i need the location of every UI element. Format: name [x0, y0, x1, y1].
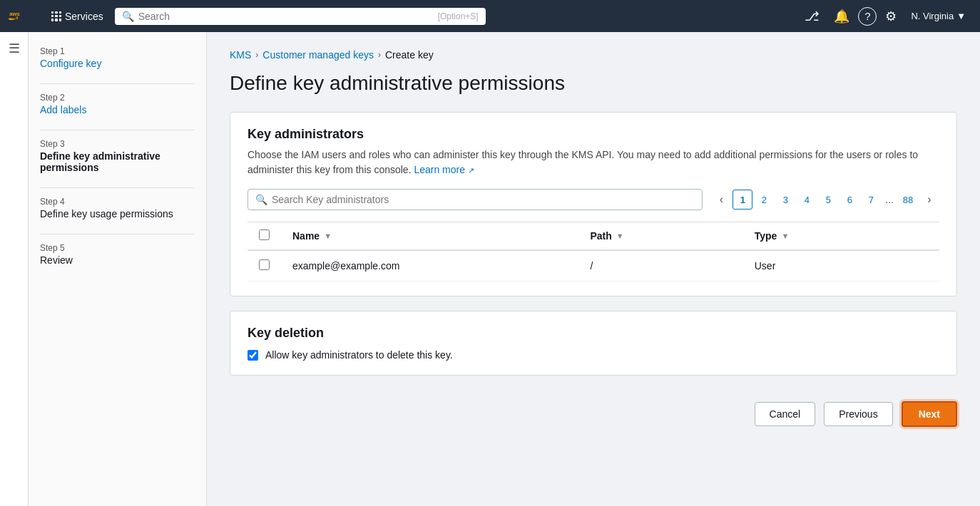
- configure-key-link[interactable]: Configure key: [40, 58, 101, 69]
- header-path: Path ▼: [578, 222, 742, 250]
- step-2-label: Step 2: [40, 93, 195, 103]
- key-administrators-title: Key administrators: [247, 127, 939, 142]
- breadcrumb-sep-1: ›: [255, 50, 258, 60]
- pagination-page-2[interactable]: 2: [754, 190, 774, 210]
- key-administrators-desc: Choose the IAM users and roles who can a…: [247, 148, 939, 177]
- settings-button[interactable]: ⚙: [879, 4, 902, 29]
- row-path-cell: /: [578, 250, 742, 282]
- key-administrators-card: Key administrators Choose the IAM users …: [230, 112, 957, 296]
- pagination-page-7[interactable]: 7: [861, 190, 881, 210]
- breadcrumb-kms[interactable]: KMS: [230, 49, 251, 61]
- svg-text:aws: aws: [9, 11, 20, 17]
- breadcrumb-customer-managed-keys[interactable]: Customer managed keys: [262, 49, 374, 61]
- key-administrators-content: Key administrators Choose the IAM users …: [230, 113, 956, 296]
- breadcrumb-current: Create key: [385, 49, 434, 61]
- main-content: KMS › Customer managed keys › Create key…: [207, 32, 980, 506]
- help-button[interactable]: ?: [858, 7, 877, 26]
- terminal-button[interactable]: ⎇: [799, 4, 825, 29]
- step-5-label: Step 5: [40, 243, 195, 253]
- pagination-last-page[interactable]: 88: [898, 190, 918, 210]
- sidebar-toggle[interactable]: ☰: [0, 32, 29, 506]
- step-3-title: Define key administrative permissions: [40, 150, 195, 173]
- allow-delete-checkbox[interactable]: [247, 350, 258, 361]
- pagination-next-arrow[interactable]: ›: [919, 190, 939, 210]
- search-icon: 🔍: [122, 11, 134, 22]
- services-button[interactable]: Services: [46, 8, 109, 25]
- external-link-icon: ↗: [468, 166, 474, 175]
- step-1-title[interactable]: Configure key: [40, 58, 195, 69]
- breadcrumb-sep-2: ›: [378, 50, 381, 60]
- header-type: Type ▼: [743, 222, 939, 250]
- pagination-page-1[interactable]: 1: [733, 190, 752, 210]
- search-pagination-row: 🔍 ‹ 1 2 3 4 5 6 7 ... 88 ›: [247, 189, 939, 210]
- learn-more-label: Learn more: [414, 164, 465, 175]
- deletion-checkbox-row: Allow key administrators to delete this …: [247, 349, 939, 361]
- search-input[interactable]: [138, 11, 434, 22]
- nav-right-actions: ⎇ 🔔 ? ⚙ N. Virginia ▼: [799, 4, 971, 29]
- key-administrators-desc-text: Choose the IAM users and roles who can a…: [247, 149, 918, 175]
- select-all-checkbox[interactable]: [259, 229, 270, 240]
- search-icon: 🔍: [255, 194, 267, 205]
- pagination-page-3[interactable]: 3: [775, 190, 795, 210]
- key-administrators-table: Name ▼ Path ▼: [247, 222, 939, 282]
- step-2-title[interactable]: Add labels: [40, 104, 195, 115]
- search-bar[interactable]: 🔍 [Option+S]: [115, 8, 486, 25]
- step-3: Step 3 Define key administrative permiss…: [40, 139, 195, 173]
- hamburger-icon[interactable]: ☰: [9, 41, 20, 56]
- key-deletion-card: Key deletion Allow key administrators to…: [230, 311, 957, 376]
- services-label: Services: [65, 11, 103, 22]
- pagination-page-6[interactable]: 6: [839, 190, 859, 210]
- top-navigation: aws Services 🔍 [Option+S] ⎇ 🔔 ? ⚙ N. Vir…: [0, 0, 980, 32]
- learn-more-link[interactable]: Learn more ↗: [414, 164, 474, 175]
- allow-delete-label: Allow key administrators to delete this …: [265, 349, 453, 361]
- previous-button[interactable]: Previous: [824, 402, 892, 426]
- footer-actions: Cancel Previous Next: [230, 390, 957, 438]
- row-checkbox[interactable]: [259, 259, 270, 270]
- steps-sidebar: Step 1 Configure key Step 2 Add labels S…: [29, 32, 207, 506]
- step-4: Step 4 Define key usage permissions: [40, 197, 195, 220]
- name-sort-icon[interactable]: ▼: [324, 232, 332, 240]
- row-name-cell: example@example.com: [281, 250, 578, 282]
- breadcrumb: KMS › Customer managed keys › Create key: [230, 49, 957, 61]
- region-label: N. Virginia: [911, 11, 954, 21]
- step-5-title: Review: [40, 254, 195, 266]
- header-path-label: Path: [590, 230, 611, 242]
- step-2: Step 2 Add labels: [40, 93, 195, 115]
- header-name-label: Name: [292, 230, 320, 242]
- key-administrators-table-wrap: Name ▼ Path ▼: [247, 222, 939, 282]
- grid-icon: [51, 11, 61, 21]
- step-4-label: Step 4: [40, 197, 195, 207]
- path-sort-icon[interactable]: ▼: [616, 232, 624, 240]
- step-5: Step 5 Review: [40, 243, 195, 266]
- add-labels-link[interactable]: Add labels: [40, 104, 86, 115]
- row-checkbox-cell: [247, 250, 281, 282]
- pagination-ellipsis: ...: [882, 194, 897, 205]
- search-wrap[interactable]: 🔍: [247, 189, 703, 210]
- key-admin-search-input[interactable]: [272, 194, 695, 205]
- table-row: example@example.com / User: [247, 250, 939, 282]
- table-header-row: Name ▼ Path ▼: [247, 222, 939, 250]
- pagination-page-4[interactable]: 4: [797, 190, 817, 210]
- pagination-prev-arrow[interactable]: ‹: [711, 190, 731, 210]
- key-deletion-content: Key deletion Allow key administrators to…: [230, 311, 956, 375]
- key-deletion-title: Key deletion: [247, 326, 939, 341]
- aws-logo[interactable]: aws: [9, 8, 34, 25]
- region-selector[interactable]: N. Virginia ▼: [905, 8, 971, 24]
- search-shortcut: [Option+S]: [438, 11, 479, 21]
- type-sort-icon[interactable]: ▼: [781, 232, 789, 240]
- pagination-page-5[interactable]: 5: [818, 190, 838, 210]
- bell-button[interactable]: 🔔: [828, 4, 855, 29]
- header-checkbox-col: [247, 222, 281, 250]
- header-type-label: Type: [755, 230, 777, 242]
- chevron-down-icon: ▼: [956, 11, 966, 21]
- step-1: Step 1 Configure key: [40, 46, 195, 69]
- row-type-cell: User: [743, 250, 939, 282]
- page-title: Define key administrative permissions: [230, 72, 957, 95]
- step-1-label: Step 1: [40, 46, 195, 56]
- cancel-button[interactable]: Cancel: [755, 402, 816, 426]
- pagination: ‹ 1 2 3 4 5 6 7 ... 88 ›: [711, 190, 939, 210]
- step-4-title: Define key usage permissions: [40, 208, 195, 220]
- step-3-label: Step 3: [40, 139, 195, 149]
- next-button[interactable]: Next: [902, 401, 957, 427]
- header-name: Name ▼: [281, 222, 578, 250]
